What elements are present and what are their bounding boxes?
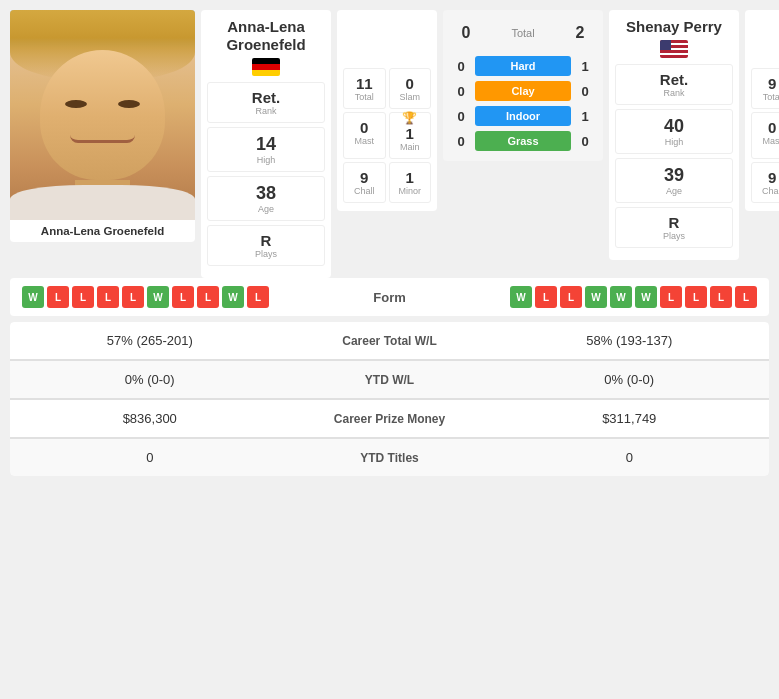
table-row: 0% (0-0) YTD W/L 0% (0-0): [10, 361, 769, 398]
left-player-name-header: Anna-LenaGroenefeld: [207, 18, 325, 54]
prize-money-label: Career Prize Money: [290, 401, 490, 437]
career-wl-left: 57% (265-201): [10, 322, 290, 359]
surface-indoor: Indoor: [475, 106, 571, 126]
prize-money-right: $311,749: [490, 400, 770, 437]
form-badge-r-7: L: [685, 286, 707, 308]
right-player-name-header: Shenay Perry: [615, 18, 733, 36]
form-badge-r-3: W: [585, 286, 607, 308]
career-wl-label: Career Total W/L: [290, 323, 490, 359]
form-badge-r-1: L: [535, 286, 557, 308]
right-total-label: Total: [754, 92, 779, 102]
form-badge-l-0: W: [22, 286, 44, 308]
left-rank-val: Ret.: [212, 89, 320, 106]
left-main-label: Main: [392, 142, 429, 152]
ytd-wl-right: 0% (0-0): [490, 361, 770, 398]
left-rank-label: Rank: [212, 106, 320, 116]
left-flag: [252, 58, 280, 76]
left-plays-val: R: [212, 232, 320, 249]
right-flag: [660, 40, 688, 58]
career-wl-right: 58% (193-137): [490, 322, 770, 359]
surface-grass: Grass: [475, 131, 571, 151]
total-left: 0: [451, 24, 481, 42]
form-badge-l-4: L: [122, 286, 144, 308]
left-total-val: 11: [346, 75, 383, 92]
right-form-badges: W L L W W W L L L L: [510, 286, 757, 308]
left-minor-val: 1: [392, 169, 429, 186]
left-mast-label: Mast: [346, 136, 383, 146]
left-player-section: Anna-Lena Groenefeld: [10, 10, 195, 242]
left-high-val: 14: [212, 134, 320, 155]
right-chall-label: Chall: [754, 186, 779, 196]
total-label: Total: [511, 27, 534, 39]
right-rank-label: Rank: [620, 88, 728, 98]
form-badge-r-2: L: [560, 286, 582, 308]
left-age-label: Age: [212, 204, 320, 214]
form-label: Form: [358, 290, 421, 305]
left-minor-label: Minor: [392, 186, 429, 196]
left-player-photo: [10, 10, 195, 220]
form-badge-r-5: W: [635, 286, 657, 308]
right-high-val: 40: [620, 116, 728, 137]
left-high-label: High: [212, 155, 320, 165]
ytd-titles-right: 0: [490, 439, 770, 476]
left-plays-label: Plays: [212, 249, 320, 259]
form-badge-r-8: L: [710, 286, 732, 308]
table-row: 0 YTD Titles 0: [10, 439, 769, 476]
form-badge-l-8: W: [222, 286, 244, 308]
left-stats-card: Anna-LenaGroenefeld Ret. Rank 14 High 38…: [201, 10, 331, 278]
right-age-label: Age: [620, 186, 728, 196]
ytd-wl-left: 0% (0-0): [10, 361, 290, 398]
indoor-left: 0: [451, 109, 471, 124]
form-badge-r-6: L: [660, 286, 682, 308]
right-total-val: 9: [754, 75, 779, 92]
form-badge-l-1: L: [47, 286, 69, 308]
ytd-wl-label: YTD W/L: [290, 362, 490, 398]
total-right: 2: [565, 24, 595, 42]
form-badge-l-6: L: [172, 286, 194, 308]
form-badge-l-2: L: [72, 286, 94, 308]
form-badge-l-3: L: [97, 286, 119, 308]
form-badge-r-0: W: [510, 286, 532, 308]
right-age-val: 39: [620, 165, 728, 186]
left-player-name: Anna-Lena Groenefeld: [10, 220, 195, 242]
players-layout: Anna-Lena Groenefeld Anna-LenaGroenefeld…: [10, 10, 769, 278]
right-high-label: High: [620, 137, 728, 147]
bottom-stats-table: 57% (265-201) Career Total W/L 58% (193-…: [10, 322, 769, 476]
left-total-label: Total: [346, 92, 383, 102]
surface-clay: Clay: [475, 81, 571, 101]
main-container: Anna-Lena Groenefeld Anna-LenaGroenefeld…: [0, 0, 779, 486]
left-slam-label: Slam: [392, 92, 429, 102]
form-badge-l-5: W: [147, 286, 169, 308]
clay-right: 0: [575, 84, 595, 99]
right-plays-label: Plays: [620, 231, 728, 241]
indoor-right: 1: [575, 109, 595, 124]
trophy-icon-left: 🏆: [402, 111, 417, 125]
hard-right: 1: [575, 59, 595, 74]
left-mini-stats: 11 Total 0 Slam 0 Mast 🏆 1: [337, 10, 437, 211]
grass-left: 0: [451, 134, 471, 149]
left-main-val: 1: [392, 125, 429, 142]
left-mast-val: 0: [346, 119, 383, 136]
prize-money-left: $836,300: [10, 400, 290, 437]
center-comparison: 0 Total 2 0 Hard 1 0 Clay 0 0 Indoor 1: [443, 10, 603, 161]
left-chall-val: 9: [346, 169, 383, 186]
right-mini-stats: 9 Total 0 Slam 0 Mast 🏆 0: [745, 10, 779, 211]
grass-right: 0: [575, 134, 595, 149]
clay-left: 0: [451, 84, 471, 99]
table-row: 57% (265-201) Career Total W/L 58% (193-…: [10, 322, 769, 359]
left-slam-val: 0: [392, 75, 429, 92]
left-chall-label: Chall: [346, 186, 383, 196]
right-plays-val: R: [620, 214, 728, 231]
table-row: $836,300 Career Prize Money $311,749: [10, 400, 769, 437]
left-form-badges: W L L L L W L L W L: [22, 286, 269, 308]
form-badge-r-9: L: [735, 286, 757, 308]
form-badge-l-7: L: [197, 286, 219, 308]
form-badge-r-4: W: [610, 286, 632, 308]
hard-left: 0: [451, 59, 471, 74]
form-badge-l-9: L: [247, 286, 269, 308]
right-mast-label: Mast: [754, 136, 779, 146]
right-rank-val: Ret.: [620, 71, 728, 88]
right-chall-val: 9: [754, 169, 779, 186]
ytd-titles-label: YTD Titles: [290, 440, 490, 476]
surface-hard: Hard: [475, 56, 571, 76]
